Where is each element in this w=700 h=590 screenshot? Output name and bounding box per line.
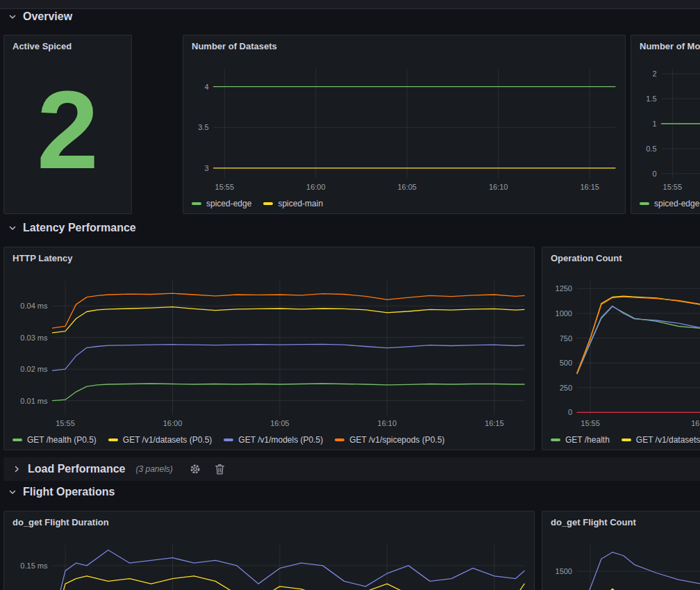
x-tick-label: 16:00 [691,419,700,427]
chevron-down-icon [8,13,17,21]
y-tick-label: 1000 [556,309,572,318]
y-tick-label: 3.5 [198,123,208,131]
chart-svg: 15:5516:0016:0516:1016:150.01 ms0.02 ms0… [11,271,527,445]
panel-title[interactable]: do_get Flight Duration [12,517,109,527]
y-tick-label: 750 [560,334,572,343]
section-header-flight-operations[interactable]: Flight Operations [8,486,115,498]
stat-value: 2 [4,54,131,206]
time-series-chart[interactable]: 15:5516:0016:0516:1016:15025050075010001… [549,271,700,445]
legend-item[interactable]: spiced-edge [640,199,699,208]
time-series-chart[interactable]: 15:5516:0016:0516:1016:150.01 ms0.02 ms0… [11,271,527,445]
section-title: Load Performance [28,463,125,475]
chevron-down-icon [8,488,17,496]
series-line [53,344,525,370]
panel-count-note: (3 panels) [135,464,172,474]
chart-svg: 15:5516:0016:0516:1016:150.15 ms [11,535,527,590]
y-tick-label: 1250 [556,284,572,293]
series-line [577,306,700,374]
legend-swatch [192,202,201,205]
x-tick-label: 16:00 [163,419,183,427]
trash-icon[interactable] [215,464,225,475]
x-tick-label: 16:15 [580,183,599,191]
chart-svg: 15:5516:0016:0516:1016:1500.511.52 [638,59,700,209]
y-tick-label: 0.03 ms [20,334,48,342]
legend-item[interactable]: GET /health [551,435,610,445]
legend-swatch [12,439,22,441]
gear-icon[interactable] [190,464,201,475]
legend-item[interactable]: GET /health (P0.5) [12,435,97,445]
x-tick-label: 16:00 [306,183,326,191]
y-tick-label: 500 [560,359,572,367]
chart-svg: 15:5516:0016:0516:1016:1510001500 [549,535,700,590]
y-tick-label: 1500 [556,567,572,575]
time-series-chart[interactable]: 15:5516:0016:0516:1016:1500.511.52spiced… [638,59,700,209]
section-header-latency-performance[interactable]: Latency Performance [8,222,136,234]
legend-item[interactable]: GET /v1/spicepods (P0.5) [335,435,444,445]
legend-item-label: spiced-main [278,199,323,208]
legend-item[interactable]: GET /v1/models (P0.5) [224,435,323,445]
legend-swatch [551,439,560,441]
legend-item-label: GET /health (P0.5) [27,435,97,445]
legend-item[interactable]: GET /v1/datasets [622,435,700,445]
y-tick-label: 0 [652,170,656,178]
chart-legend: GET /health (P0.5)GET /v1/datasets (P0.5… [12,435,444,445]
chart-legend: spiced-edge [640,199,699,208]
y-tick-label: 0 [568,408,572,416]
x-tick-label: 15:55 [56,419,75,427]
legend-item[interactable]: spiced-main [263,199,323,208]
legend-item[interactable]: GET /v1/datasets (P0.5) [108,435,212,445]
legend-item[interactable]: spiced-edge [192,199,251,208]
panel-title[interactable]: Operation Count [551,253,622,263]
legend-swatch [224,439,233,441]
x-tick-label: 16:10 [489,183,508,191]
panel-http-latency: HTTP Latency 15:5516:0016:0516:1016:150.… [3,247,535,450]
section-title: Flight Operations [23,486,115,498]
panel-title[interactable]: HTTP Latency [12,253,72,263]
series-line [53,576,525,590]
series-line [53,293,525,328]
section-header-overview[interactable]: Overview [8,10,72,23]
y-tick-label: 3 [204,164,208,172]
chart-svg: 15:5516:0016:0516:1016:1533.54 [190,59,618,209]
chevron-right-icon [12,465,21,473]
series-line [53,384,525,401]
legend-swatch [335,439,344,441]
y-tick-label: 0.01 ms [20,397,48,405]
y-tick-label: 250 [560,384,572,392]
y-tick-label: 1 [652,120,656,128]
series-line [577,297,700,373]
x-tick-label: 16:05 [270,419,290,427]
x-tick-label: 15:55 [663,183,683,191]
legend-item-label: spiced-edge [206,199,251,208]
section-title: Overview [23,10,72,23]
panel-active-spiced: Active Spiced 2 [3,35,132,214]
y-tick-label: 2 [652,69,656,78]
legend-item-label: GET /health [565,435,610,445]
y-tick-label: 4 [204,83,208,91]
panel-title[interactable]: Active Spiced [12,41,72,51]
section-title: Latency Performance [23,222,136,234]
panel-number-of-datasets: Number of Datasets 15:5516:0016:0516:101… [183,35,626,214]
chart-legend: spiced-edgespiced-main [192,199,323,208]
panel-title[interactable]: Number of Datasets [192,41,277,51]
series-line [53,550,525,590]
time-series-chart[interactable]: 15:5516:0016:0516:1016:1510001500 [549,535,700,590]
x-tick-label: 15:55 [215,183,235,191]
legend-item-label: GET /v1/datasets (P0.5) [123,435,212,445]
legend-item-label: spiced-edge [654,199,699,208]
legend-swatch [108,439,118,441]
panel-do-get-flight-count: do_get Flight Count 15:5516:0016:0516:10… [542,511,700,590]
legend-item-label: GET /v1/datasets [636,435,700,445]
section-header-load-performance[interactable]: Load Performance (3 panels) [3,457,700,481]
time-series-chart[interactable]: 15:5516:0016:0516:1016:1533.54spiced-edg… [190,59,618,209]
y-tick-label: 1.5 [646,95,656,103]
y-tick-label: 0.5 [646,145,656,153]
panel-title[interactable]: Number of Models [640,41,700,51]
panel-title[interactable]: do_get Flight Count [551,517,636,527]
y-tick-label: 0.02 ms [20,365,48,373]
y-tick-label: 0.15 ms [20,562,48,570]
panel-number-of-models: Number of Models 15:5516:0016:0516:1016:… [631,35,700,214]
time-series-chart[interactable]: 15:5516:0016:0516:1016:150.15 ms [11,535,527,590]
legend-swatch [640,202,649,205]
x-tick-label: 16:15 [485,419,504,427]
